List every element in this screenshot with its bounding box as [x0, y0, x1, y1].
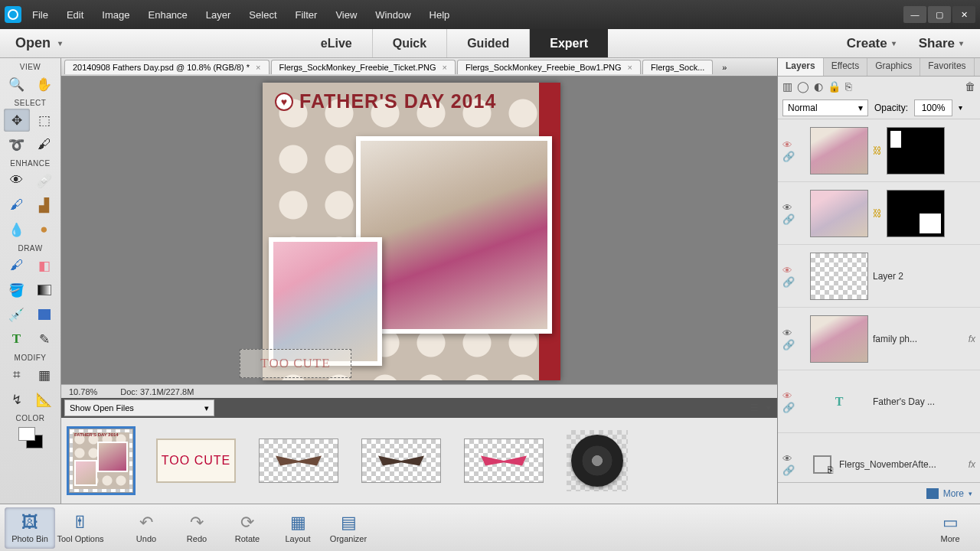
eraser-tool[interactable]: ◧	[31, 254, 57, 277]
zoom-tool[interactable]: 🔍	[4, 73, 30, 96]
layer-thumb[interactable]	[810, 127, 868, 174]
spot-heal-tool[interactable]: 🩹	[31, 169, 57, 192]
layout-button[interactable]: ▦Layout	[273, 507, 323, 549]
type-tool[interactable]: T	[4, 328, 30, 350]
more-dropdown[interactable]: More	[943, 488, 964, 499]
bin-thumb-bow2[interactable]	[361, 439, 441, 483]
bin-thumb-bow3[interactable]	[464, 439, 544, 483]
link-icon[interactable]: ⛓	[873, 145, 882, 156]
doc-tab-overflow[interactable]: »	[714, 60, 734, 74]
pencil-tool[interactable]: ✎	[31, 328, 57, 350]
share-button[interactable]: Share▾	[919, 36, 963, 51]
menu-select[interactable]: Select	[249, 9, 276, 21]
menu-file[interactable]: File	[32, 9, 48, 21]
mode-guided[interactable]: Guided	[446, 29, 529, 57]
layer-mask[interactable]	[887, 127, 945, 174]
opacity-value[interactable]: 100%	[914, 99, 952, 116]
bin-list-icon[interactable]: ☰	[750, 403, 759, 413]
visibility-toggle[interactable]: 👁 🔗	[782, 139, 805, 162]
more-icon[interactable]	[926, 488, 939, 499]
close-icon[interactable]: ×	[628, 63, 632, 72]
menu-filter[interactable]: Filter	[296, 9, 318, 21]
bin-thumb-bow1[interactable]	[259, 439, 338, 483]
hand-tool[interactable]: ✋	[31, 73, 57, 96]
blend-mode-dropdown[interactable]: Normal▾	[782, 99, 868, 116]
doc-tab[interactable]: Flergs_SockMonkey_Freebie_Bow1.PNG×	[457, 60, 641, 74]
undo-button[interactable]: ↶Undo	[121, 507, 172, 549]
menu-edit[interactable]: Edit	[67, 9, 83, 21]
visibility-toggle[interactable]: 👁 🔗	[782, 390, 805, 413]
mode-quick[interactable]: Quick	[372, 29, 446, 57]
redeye-tool[interactable]: 👁	[4, 169, 30, 192]
visibility-toggle[interactable]: 👁 🔗	[782, 202, 805, 225]
menu-view[interactable]: View	[335, 9, 357, 21]
create-button[interactable]: Create▾	[847, 36, 896, 51]
canvas-viewport[interactable]: ♥ FATHER'S DAY 2014 TOO CUTE	[61, 77, 777, 384]
tab-favorites[interactable]: Favorites	[920, 58, 974, 76]
bin-thumb-wheel[interactable]	[567, 430, 628, 491]
tab-graphics[interactable]: Graphics	[867, 58, 920, 76]
layer-row[interactable]: 👁 🔗 ⛓	[778, 119, 980, 182]
visibility-toggle[interactable]: 👁 🔗	[782, 328, 805, 350]
shape-tool[interactable]	[31, 303, 57, 326]
link-icon[interactable]: ⛓	[873, 208, 882, 219]
foreground-color[interactable]	[18, 427, 35, 441]
clone-stamp-tool[interactable]: ▟	[31, 194, 57, 217]
quick-select-tool[interactable]: 🖌	[31, 133, 57, 156]
window-close-button[interactable]: ✕	[952, 6, 975, 23]
move-tool[interactable]: ✥	[4, 109, 30, 132]
layer-name[interactable]: family ph...	[873, 334, 964, 344]
mode-expert[interactable]: Expert	[529, 29, 608, 57]
layer-thumb[interactable]	[810, 253, 868, 300]
tab-effects[interactable]: Effects	[824, 58, 867, 76]
brush-tool[interactable]: 🖌	[4, 254, 30, 277]
caret-icon[interactable]: ▾	[959, 103, 962, 112]
photo-bin-button[interactable]: 🖼Photo Bin	[5, 507, 55, 549]
smart-brush-tool[interactable]: 🖌	[4, 194, 30, 217]
doc-tab[interactable]: Flergs_Sock...	[642, 60, 713, 74]
trash-icon[interactable]: 🗑	[965, 80, 975, 93]
lasso-tool[interactable]: ➰	[4, 133, 30, 156]
adjustment-icon[interactable]: ◐	[814, 80, 823, 93]
layer-name[interactable]: Layer 2	[873, 271, 975, 282]
layer-row[interactable]: 👁 🔗 ⛓	[778, 182, 980, 245]
fx-badge[interactable]: fx	[969, 334, 975, 344]
canvas[interactable]: ♥ FATHER'S DAY 2014 TOO CUTE	[263, 83, 560, 380]
menu-image[interactable]: Image	[102, 9, 129, 21]
photo-large[interactable]	[356, 136, 552, 334]
organizer-button[interactable]: ▤Organizer	[323, 507, 374, 549]
doc-tab-active[interactable]: 20140908 Fathers Day.psd @ 10.8% (RGB/8)…	[64, 60, 270, 74]
layer-row[interactable]: 👁 🔗 T Father's Day ...	[778, 370, 980, 433]
layer-row[interactable]: 👁 🔗 Layer 2	[778, 245, 980, 308]
tool-options-button[interactable]: 🎚Tool Options	[55, 507, 106, 549]
sponge-tool[interactable]: ●	[31, 218, 57, 241]
bin-thumb-doc[interactable]: FATHER'S DAY 2014	[69, 429, 133, 493]
window-minimize-button[interactable]: —	[903, 6, 926, 23]
menu-enhance[interactable]: Enhance	[149, 9, 188, 21]
bin-thumb-ticket[interactable]: TOO CUTE	[156, 439, 236, 483]
layer-name[interactable]: Flergs_NovemberAfte...	[839, 459, 964, 470]
more-button[interactable]: ▭More	[925, 507, 975, 549]
layer-name[interactable]: Father's Day ...	[873, 396, 975, 407]
recompose-tool[interactable]: ▦	[31, 364, 57, 386]
fill-tool[interactable]: 🪣	[4, 279, 30, 302]
menu-layer[interactable]: Layer	[206, 9, 231, 21]
marquee-tool[interactable]: ⬚	[31, 109, 57, 132]
photo-small[interactable]	[269, 237, 382, 366]
layer-row[interactable]: 👁 🔗 family ph... fx	[778, 308, 980, 370]
menu-window[interactable]: Window	[375, 9, 410, 21]
zoom-level[interactable]: 10.78%	[69, 387, 97, 396]
mode-elive[interactable]: eLive	[301, 29, 372, 57]
doc-tab[interactable]: Flergs_SockMonkey_Freebie_Ticket.PNG×	[271, 60, 456, 74]
dragging-element[interactable]: TOO CUTE	[240, 349, 351, 378]
menu-help[interactable]: Help	[430, 9, 450, 21]
blur-tool[interactable]: 💧	[4, 218, 30, 241]
bin-menu-icon[interactable]: ▾	[766, 403, 771, 413]
layer-thumb[interactable]	[810, 315, 868, 363]
eyedropper-tool[interactable]: 💉	[4, 303, 30, 326]
layer-mask[interactable]	[887, 190, 945, 237]
tab-layers[interactable]: Layers	[778, 58, 824, 76]
lock-icon[interactable]: 🔒	[828, 80, 841, 93]
layer-thumb[interactable]	[810, 190, 868, 237]
link-icon[interactable]: ⎘	[845, 80, 851, 93]
